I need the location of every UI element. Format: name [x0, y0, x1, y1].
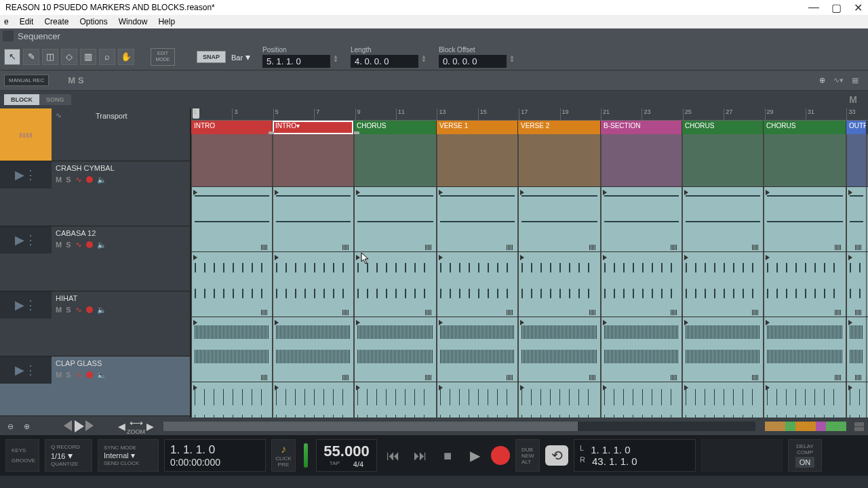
length-spinner[interactable]: ▲▼: [421, 55, 427, 68]
track-lane[interactable]: [191, 382, 868, 418]
sync-value[interactable]: Internal ▾: [104, 451, 153, 460]
snap-button[interactable]: SNAP: [197, 51, 226, 63]
track-header[interactable]: ▮▮▮▮∿Transport: [0, 108, 190, 161]
hand-tool[interactable]: ✋: [118, 49, 134, 65]
menu-file[interactable]: e: [4, 17, 9, 26]
dub-label[interactable]: DUB: [521, 447, 534, 453]
track-monitor-icon[interactable]: 🔈: [97, 241, 106, 249]
clip-segment[interactable]: [846, 317, 867, 382]
pencil-tool[interactable]: ✎: [23, 49, 39, 65]
clip-segment[interactable]: [682, 252, 764, 317]
transport-time[interactable]: 0:00:00:000: [170, 457, 260, 468]
clip-segment[interactable]: [437, 317, 518, 382]
clip-segment[interactable]: [191, 187, 273, 251]
arrangement-block[interactable]: INTRO▾: [273, 121, 354, 134]
arrangement-block[interactable]: INTRO: [191, 121, 273, 134]
clip-segment[interactable]: [846, 252, 867, 317]
track-header[interactable]: ▶⋮CABASA 12MS∿🔈: [0, 226, 190, 291]
forward-button[interactable]: ⏭: [410, 445, 431, 466]
track-auto-icon[interactable]: ∿: [75, 240, 82, 249]
mute-all-button[interactable]: M: [68, 75, 75, 85]
nav-prev-icon[interactable]: [64, 420, 72, 431]
loop-right-value[interactable]: 43. 1. 1. 0: [592, 455, 637, 467]
clip-segment[interactable]: [682, 134, 764, 186]
menu-help[interactable]: Help: [158, 17, 175, 26]
menu-options[interactable]: Options: [79, 17, 107, 26]
tap-button[interactable]: TAP: [330, 460, 340, 468]
track-solo[interactable]: S: [66, 371, 71, 379]
track-lane[interactable]: [191, 252, 868, 317]
clip-segment[interactable]: [518, 382, 601, 418]
track-mute[interactable]: M: [56, 371, 62, 379]
razor-tool[interactable]: ◇: [61, 49, 77, 65]
minimap[interactable]: [765, 422, 846, 431]
clip-segment[interactable]: [191, 134, 273, 186]
rewind-button[interactable]: ⏮: [382, 445, 404, 466]
track-auto-icon[interactable]: ∿: [75, 175, 82, 184]
click-icon[interactable]: ♪: [281, 443, 286, 455]
arrangement-block[interactable]: B-SECTION: [601, 121, 682, 134]
zoom-out-button[interactable]: ⊖: [4, 420, 16, 432]
clip-segment[interactable]: [518, 317, 601, 382]
clip-segment[interactable]: [437, 382, 518, 418]
clip-segment[interactable]: [354, 317, 437, 382]
alt-label[interactable]: ALT: [521, 459, 534, 465]
manual-rec-button[interactable]: MANUAL REC: [4, 75, 49, 86]
track-rec-arm[interactable]: [86, 176, 93, 183]
transport-position[interactable]: 1. 1. 1. 0: [170, 443, 260, 457]
track-rec-arm[interactable]: [86, 241, 93, 248]
clip-segment[interactable]: [191, 252, 273, 317]
nav-next-icon[interactable]: [85, 420, 94, 431]
track-lane[interactable]: [191, 187, 868, 252]
clip-segment[interactable]: [682, 317, 764, 382]
block-offset-spinner[interactable]: ▲▼: [509, 55, 515, 68]
clip-segment[interactable]: [601, 317, 682, 382]
magnify-tool[interactable]: ⌕: [99, 49, 115, 65]
clip-segment[interactable]: [764, 252, 846, 317]
clip-segment[interactable]: [273, 382, 354, 418]
automation-icon[interactable]: ∿▾: [833, 76, 844, 85]
track-mute[interactable]: M: [56, 241, 62, 249]
groove-label[interactable]: GROOVE: [12, 458, 33, 464]
solo-all-button[interactable]: S: [78, 75, 84, 85]
block-mode-button[interactable]: BLOCK: [4, 94, 39, 105]
arrow-tool[interactable]: ↖: [4, 49, 20, 65]
clip-segment[interactable]: [764, 382, 846, 418]
clip-segment[interactable]: [518, 134, 601, 186]
track-solo[interactable]: S: [66, 241, 71, 249]
clip-segment[interactable]: [273, 187, 354, 251]
track-solo[interactable]: S: [66, 306, 71, 314]
clip-segment[interactable]: [601, 134, 682, 186]
eraser-tool[interactable]: ◫: [42, 49, 58, 65]
track-mute[interactable]: M: [56, 176, 62, 184]
arrangement-block[interactable]: OUTRO: [846, 121, 867, 134]
menu-edit[interactable]: Edit: [20, 17, 34, 26]
position-spinner[interactable]: ▲▼: [333, 55, 338, 68]
blocks-row[interactable]: INTROINTRO▾CHORUSVERSE 1VERSE 2B-SECTION…: [191, 121, 868, 134]
arrangement-block[interactable]: CHORUS: [354, 121, 437, 134]
clip-segment[interactable]: [354, 134, 437, 186]
minimize-button[interactable]: —: [808, 1, 819, 14]
snap-value-dropdown[interactable]: Bar ▾: [231, 52, 250, 62]
track-mute[interactable]: M: [56, 306, 62, 314]
clip-segment[interactable]: [682, 382, 764, 418]
track-header[interactable]: ▶⋮CLAP GLASSMS∿🔈: [0, 357, 190, 416]
nav-play-icon[interactable]: [75, 420, 84, 432]
clip-segment[interactable]: [764, 187, 846, 251]
loop-left-value[interactable]: 1. 1. 1. 0: [591, 444, 630, 455]
options-icon[interactable]: ▦: [852, 76, 859, 85]
pre-label[interactable]: PRE: [278, 462, 289, 468]
clip-segment[interactable]: [601, 252, 682, 317]
menu-window[interactable]: Window: [119, 17, 148, 26]
clip-segment[interactable]: [764, 134, 846, 186]
track-header[interactable]: ▶⋮CRASH CYMBALMS∿🔈: [0, 161, 190, 226]
clip-segment[interactable]: [437, 252, 518, 317]
keys-label[interactable]: KEYS: [12, 447, 33, 453]
arrangement-block[interactable]: VERSE 2: [518, 121, 601, 134]
horizontal-scrollbar[interactable]: [163, 422, 755, 431]
ruler[interactable]: 13579111315171921232527293133: [191, 108, 868, 121]
arrangement-block[interactable]: VERSE 1: [437, 121, 518, 134]
new-label[interactable]: NEW: [521, 453, 534, 459]
block-offset-value[interactable]: 0. 0. 0. 0: [439, 55, 507, 68]
track-rec-arm[interactable]: [86, 371, 93, 378]
